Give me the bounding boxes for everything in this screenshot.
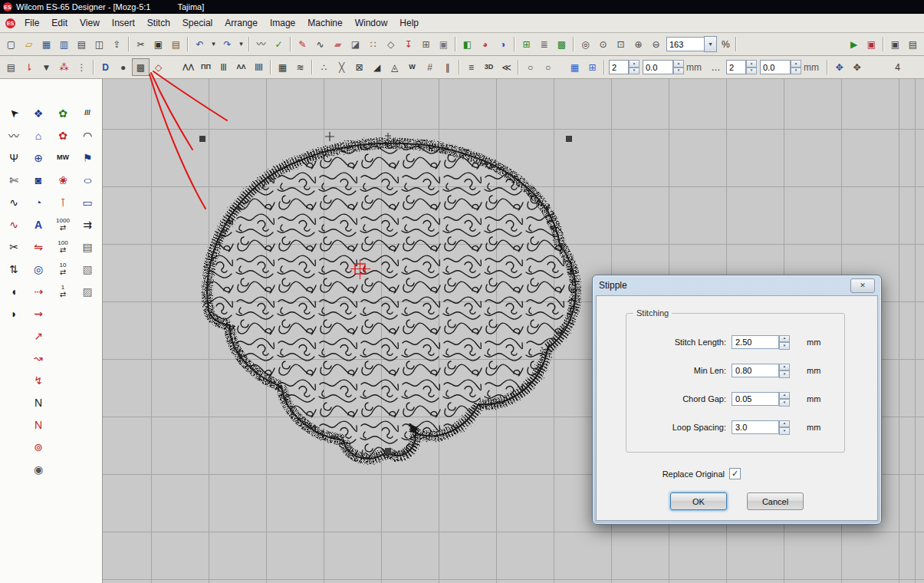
- ellipse-stitch-icon[interactable]: ○: [521, 58, 539, 76]
- repeat-count-a-input[interactable]: [609, 60, 629, 74]
- spacing-b-input[interactable]: [760, 60, 791, 74]
- outline-shape-icon[interactable]: ◇: [150, 58, 167, 76]
- wrap-stitch-icon[interactable]: W: [403, 58, 421, 76]
- redo-icon[interactable]: ↷: [219, 35, 236, 53]
- arc-tool[interactable]: ◠: [77, 126, 98, 145]
- print-preview-icon[interactable]: ◫: [90, 35, 108, 53]
- mirror-merge-tool[interactable]: ⇋: [28, 237, 49, 256]
- zoom-box-icon[interactable]: ◎: [577, 35, 594, 53]
- zoom-dropdown-button[interactable]: ▾: [704, 36, 717, 52]
- contour-fill-icon[interactable]: ◇: [382, 35, 400, 53]
- menu-item-machine[interactable]: Machine: [301, 15, 348, 31]
- print-icon[interactable]: ▤: [73, 35, 90, 53]
- density-icon[interactable]: ⋮: [73, 58, 90, 76]
- menu-item-file[interactable]: File: [18, 15, 45, 31]
- ellipse-stitch-2-icon[interactable]: ○: [539, 58, 557, 76]
- next-design-icon[interactable]: ▤: [904, 35, 922, 53]
- stipple-fill-icon[interactable]: ▩: [132, 58, 150, 76]
- menu-item-help[interactable]: Help: [393, 15, 425, 31]
- nudge-100-tool[interactable]: 100⇄: [53, 237, 74, 256]
- loop-spacing-input[interactable]: [732, 420, 779, 434]
- auto-digitize-icon[interactable]: ✓: [270, 35, 288, 53]
- thread-colors-icon[interactable]: ◧: [459, 35, 476, 53]
- jump-stitch-tool[interactable]: ⇝: [28, 304, 49, 323]
- branching-flower-tool[interactable]: ✿: [53, 104, 74, 123]
- rectangle-tool[interactable]: ▭: [77, 193, 98, 212]
- stitch-length-spin-down-button[interactable]: ▼: [779, 342, 790, 350]
- spacing-a-spin-down-button[interactable]: ▼: [673, 68, 684, 75]
- mesh-icon[interactable]: ⊞: [417, 35, 435, 53]
- sphere-tool[interactable]: ◔: [28, 193, 49, 212]
- min-len-spin-up-button[interactable]: ▲: [779, 364, 790, 371]
- close-button[interactable]: ✕: [850, 278, 875, 293]
- curve-n-red-tool[interactable]: N: [28, 415, 49, 434]
- save-as-icon[interactable]: ▥: [55, 35, 73, 53]
- thread-spool-icon[interactable]: ▼: [38, 58, 55, 76]
- color-bar-icon[interactable]: ◑: [494, 35, 511, 53]
- satin-stitch-icon[interactable]: ▰: [329, 35, 347, 53]
- send-to-machine-icon[interactable]: ⇪: [108, 35, 126, 53]
- branch-points-icon[interactable]: ⁂: [55, 58, 73, 76]
- spacing-b-spin-up-button[interactable]: ▲: [791, 60, 801, 68]
- repeat-count-b-input[interactable]: [726, 60, 746, 74]
- fur-effect-icon[interactable]: ≪: [498, 58, 515, 76]
- closed-shape-tool[interactable]: ⌂: [28, 126, 49, 145]
- freehand-wave-tool[interactable]: ∿: [4, 215, 25, 234]
- open-curve-tool[interactable]: 〰: [4, 126, 25, 145]
- menu-item-window[interactable]: Window: [349, 15, 394, 31]
- spacing-b-spin-down-button[interactable]: ▼: [791, 68, 801, 75]
- ribbon-tool[interactable]: ◗: [4, 304, 25, 323]
- dashed-arrow-tool[interactable]: ⇢: [28, 282, 49, 301]
- zoom-to-fit-icon[interactable]: ⊡: [612, 35, 630, 53]
- nudge-1-tool[interactable]: 1⇄: [53, 282, 74, 301]
- travel-tool[interactable]: ⇉: [77, 215, 98, 234]
- motif-run-icon[interactable]: ∴: [315, 58, 333, 76]
- zoom-in-icon[interactable]: ⊕: [630, 35, 647, 53]
- replace-original-checkbox[interactable]: ✓: [729, 468, 741, 479]
- repeat-count-a-spin-down-button[interactable]: ▼: [629, 68, 640, 75]
- hoop-tool[interactable]: ◎: [28, 259, 49, 278]
- snap-grid-icon[interactable]: ⊞: [584, 58, 601, 76]
- zoom-input[interactable]: [666, 37, 704, 51]
- cancel-button[interactable]: Cancel: [747, 492, 804, 510]
- menu-item-insert[interactable]: Insert: [106, 15, 141, 31]
- more-options-icon[interactable]: …: [707, 58, 725, 76]
- nudge-arrows-icon[interactable]: ✥: [830, 58, 848, 76]
- globe-tool[interactable]: ⊕: [28, 148, 49, 167]
- undo-icon[interactable]: ↶: [191, 35, 209, 53]
- previous-design-icon[interactable]: ▣: [886, 35, 904, 53]
- gradient-fill-icon[interactable]: ◢: [368, 58, 386, 76]
- hatch-lines-tool[interactable]: ///: [77, 104, 98, 123]
- dot-fill-icon[interactable]: ●: [114, 58, 132, 76]
- motif-fill-icon[interactable]: ∷: [364, 35, 382, 53]
- graphics-pencil-icon[interactable]: ✎: [294, 35, 311, 53]
- concentric-ring-tool[interactable]: ◉: [28, 459, 49, 479]
- paste-icon[interactable]: ▤: [167, 35, 185, 53]
- flatten-icon[interactable]: ≡: [462, 58, 480, 76]
- outline-design-icon[interactable]: D: [97, 58, 114, 76]
- select-tool[interactable]: ➤: [4, 104, 25, 123]
- branch-y-tool[interactable]: Ψ: [4, 148, 25, 167]
- chord-gap-input[interactable]: [732, 392, 779, 406]
- color-wheel-icon[interactable]: ◕: [476, 35, 494, 53]
- freehand-select-icon[interactable]: 〰: [252, 35, 270, 53]
- dialog-title-bar[interactable]: Stipple ✕: [593, 275, 881, 295]
- hoop-display-icon[interactable]: ▣: [435, 35, 452, 53]
- zoom-out-icon[interactable]: ⊖: [647, 35, 665, 53]
- stitch-list-icon[interactable]: ≣: [535, 35, 553, 53]
- move-design-icon[interactable]: ✥: [848, 58, 866, 76]
- knife-tool[interactable]: ✄: [4, 170, 25, 189]
- menu-item-stitch[interactable]: Stitch: [141, 15, 176, 31]
- trim-arrow-tool[interactable]: ↗: [28, 326, 49, 345]
- repeat-count-a-spin-up-button[interactable]: ▲: [629, 60, 640, 68]
- scissors-tool[interactable]: ✂: [4, 237, 25, 256]
- target-ring-tool[interactable]: ⊚: [28, 437, 49, 456]
- repeat-count-b-spin-up-button[interactable]: ▲: [746, 60, 757, 68]
- zigzag-arrow-tool[interactable]: ↯: [28, 371, 49, 390]
- color-film-icon[interactable]: ▤: [2, 58, 20, 76]
- cut-icon[interactable]: ✂: [132, 35, 150, 53]
- flip-vertical-tool[interactable]: ⇅: [4, 259, 25, 278]
- insert-needle-icon[interactable]: ⇂: [20, 58, 38, 76]
- repeat-count-b-spin-down-button[interactable]: ▼: [746, 68, 757, 75]
- min-len-input[interactable]: [732, 364, 779, 377]
